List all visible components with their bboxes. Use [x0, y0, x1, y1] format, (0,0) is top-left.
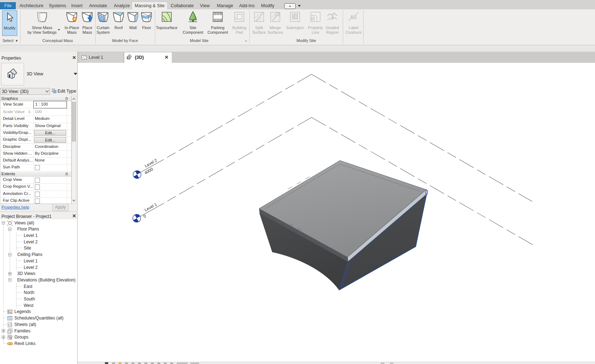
svg-text:50: 50	[351, 14, 357, 20]
svg-text:4000: 4000	[144, 167, 154, 175]
svg-text:0: 0	[143, 214, 147, 219]
